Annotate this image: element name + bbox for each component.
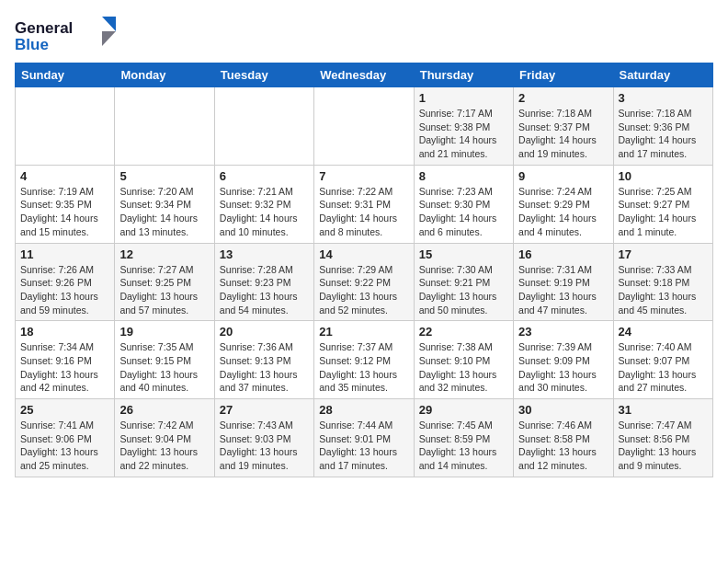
day-info: Sunrise: 7:31 AMSunset: 9:19 PMDaylight:… [518,263,608,317]
day-info: Sunrise: 7:37 AMSunset: 9:12 PMDaylight:… [319,340,408,395]
calendar-cell: 15Sunrise: 7:30 AMSunset: 9:21 PMDayligh… [414,243,513,321]
calendar-cell: 2Sunrise: 7:18 AMSunset: 9:37 PMDaylight… [514,87,613,166]
day-info: Sunrise: 7:29 AMSunset: 9:22 PMDaylight:… [319,263,408,317]
day-number: 7 [319,169,408,183]
calendar-body: 1Sunrise: 7:17 AMSunset: 9:38 PMDaylight… [16,87,713,477]
calendar-cell: 6Sunrise: 7:21 AMSunset: 9:32 PMDaylight… [214,165,313,243]
calendar-cell: 17Sunrise: 7:33 AMSunset: 9:18 PMDayligh… [613,243,712,321]
calendar-cell [314,87,414,166]
calendar-cell: 21Sunrise: 7:37 AMSunset: 9:12 PMDayligh… [314,321,414,399]
day-number: 31 [619,403,708,417]
day-info: Sunrise: 7:30 AMSunset: 9:21 PMDaylight:… [419,263,508,317]
svg-marker-2 [102,17,116,31]
day-number: 28 [319,403,408,417]
day-number: 9 [518,169,608,183]
day-number: 24 [619,325,708,339]
day-info: Sunrise: 7:20 AMSunset: 9:34 PMDaylight:… [119,185,209,239]
calendar-cell [115,87,214,166]
day-number: 27 [220,403,309,417]
day-info: Sunrise: 7:41 AMSunset: 9:06 PMDaylight:… [20,419,109,473]
calendar-cell: 10Sunrise: 7:25 AMSunset: 9:27 PMDayligh… [613,165,712,243]
calendar-cell: 23Sunrise: 7:39 AMSunset: 9:09 PMDayligh… [514,321,613,399]
calendar-cell: 11Sunrise: 7:26 AMSunset: 9:26 PMDayligh… [16,243,115,321]
day-info: Sunrise: 7:19 AMSunset: 9:35 PMDaylight:… [20,185,109,239]
day-info: Sunrise: 7:21 AMSunset: 9:32 PMDaylight:… [220,185,309,239]
calendar-cell: 20Sunrise: 7:36 AMSunset: 9:13 PMDayligh… [214,321,313,399]
day-info: Sunrise: 7:18 AMSunset: 9:37 PMDaylight:… [518,107,608,161]
weekday-header-tuesday: Tuesday [214,63,313,87]
day-info: Sunrise: 7:42 AMSunset: 9:04 PMDaylight:… [119,419,209,473]
day-info: Sunrise: 7:25 AMSunset: 9:27 PMDaylight:… [619,185,708,239]
logo: General Blue [15,15,125,55]
day-number: 26 [119,403,209,417]
day-info: Sunrise: 7:35 AMSunset: 9:15 PMDaylight:… [119,340,209,395]
day-number: 18 [20,325,109,339]
day-number: 1 [419,91,508,105]
svg-text:General: General [15,19,73,37]
calendar-cell: 1Sunrise: 7:17 AMSunset: 9:38 PMDaylight… [414,87,513,166]
calendar-table: SundayMondayTuesdayWednesdayThursdayFrid… [15,63,713,477]
day-number: 16 [518,247,608,261]
calendar-cell: 29Sunrise: 7:45 AMSunset: 8:59 PMDayligh… [414,399,513,477]
day-info: Sunrise: 7:24 AMSunset: 9:29 PMDaylight:… [518,185,608,239]
weekday-header-friday: Friday [514,63,613,87]
calendar-cell: 22Sunrise: 7:38 AMSunset: 9:10 PMDayligh… [414,321,513,399]
calendar-week-2: 4Sunrise: 7:19 AMSunset: 9:35 PMDaylight… [16,165,713,243]
day-info: Sunrise: 7:43 AMSunset: 9:03 PMDaylight:… [220,419,309,473]
day-info: Sunrise: 7:22 AMSunset: 9:31 PMDaylight:… [319,185,408,239]
calendar-header-row: SundayMondayTuesdayWednesdayThursdayFrid… [16,63,713,87]
calendar-cell: 27Sunrise: 7:43 AMSunset: 9:03 PMDayligh… [214,399,313,477]
day-info: Sunrise: 7:33 AMSunset: 9:18 PMDaylight:… [619,263,708,317]
calendar-cell: 25Sunrise: 7:41 AMSunset: 9:06 PMDayligh… [16,399,115,477]
day-info: Sunrise: 7:27 AMSunset: 9:25 PMDaylight:… [119,263,209,317]
day-number: 20 [220,325,309,339]
calendar-week-1: 1Sunrise: 7:17 AMSunset: 9:38 PMDaylight… [16,87,713,166]
svg-marker-3 [102,31,116,46]
day-number: 11 [20,247,109,261]
day-number: 23 [518,325,608,339]
calendar-week-5: 25Sunrise: 7:41 AMSunset: 9:06 PMDayligh… [16,399,713,477]
calendar-cell: 18Sunrise: 7:34 AMSunset: 9:16 PMDayligh… [16,321,115,399]
calendar-cell: 7Sunrise: 7:22 AMSunset: 9:31 PMDaylight… [314,165,414,243]
day-info: Sunrise: 7:38 AMSunset: 9:10 PMDaylight:… [419,340,508,395]
day-number: 30 [518,403,608,417]
day-number: 10 [619,169,708,183]
day-number: 19 [119,325,209,339]
day-info: Sunrise: 7:39 AMSunset: 9:09 PMDaylight:… [518,340,608,395]
calendar-cell: 16Sunrise: 7:31 AMSunset: 9:19 PMDayligh… [514,243,613,321]
day-number: 8 [419,169,508,183]
calendar-cell: 30Sunrise: 7:46 AMSunset: 8:58 PMDayligh… [514,399,613,477]
calendar-cell [16,87,115,166]
day-info: Sunrise: 7:34 AMSunset: 9:16 PMDaylight:… [20,340,109,395]
weekday-header-thursday: Thursday [414,63,513,87]
day-number: 3 [619,91,708,105]
calendar-cell: 5Sunrise: 7:20 AMSunset: 9:34 PMDaylight… [115,165,214,243]
weekday-header-monday: Monday [115,63,214,87]
day-number: 5 [119,169,209,183]
calendar-cell: 19Sunrise: 7:35 AMSunset: 9:15 PMDayligh… [115,321,214,399]
calendar-cell: 28Sunrise: 7:44 AMSunset: 9:01 PMDayligh… [314,399,414,477]
day-info: Sunrise: 7:28 AMSunset: 9:23 PMDaylight:… [220,263,309,317]
calendar-cell: 26Sunrise: 7:42 AMSunset: 9:04 PMDayligh… [115,399,214,477]
weekday-header-sunday: Sunday [16,63,115,87]
day-number: 6 [220,169,309,183]
calendar-cell: 4Sunrise: 7:19 AMSunset: 9:35 PMDaylight… [16,165,115,243]
day-info: Sunrise: 7:26 AMSunset: 9:26 PMDaylight:… [20,263,109,317]
day-info: Sunrise: 7:40 AMSunset: 9:07 PMDaylight:… [619,340,708,395]
calendar-cell: 24Sunrise: 7:40 AMSunset: 9:07 PMDayligh… [613,321,712,399]
day-number: 14 [319,247,408,261]
weekday-header-saturday: Saturday [613,63,712,87]
day-number: 13 [220,247,309,261]
calendar-cell [214,87,313,166]
calendar-cell: 9Sunrise: 7:24 AMSunset: 9:29 PMDaylight… [514,165,613,243]
day-info: Sunrise: 7:23 AMSunset: 9:30 PMDaylight:… [419,185,508,239]
day-number: 4 [20,169,109,183]
calendar-cell: 12Sunrise: 7:27 AMSunset: 9:25 PMDayligh… [115,243,214,321]
weekday-header-wednesday: Wednesday [314,63,414,87]
calendar-week-3: 11Sunrise: 7:26 AMSunset: 9:26 PMDayligh… [16,243,713,321]
page-header: General Blue [15,15,713,55]
day-number: 17 [619,247,708,261]
calendar-cell: 13Sunrise: 7:28 AMSunset: 9:23 PMDayligh… [214,243,313,321]
logo-container: General Blue [15,15,125,55]
day-number: 21 [319,325,408,339]
